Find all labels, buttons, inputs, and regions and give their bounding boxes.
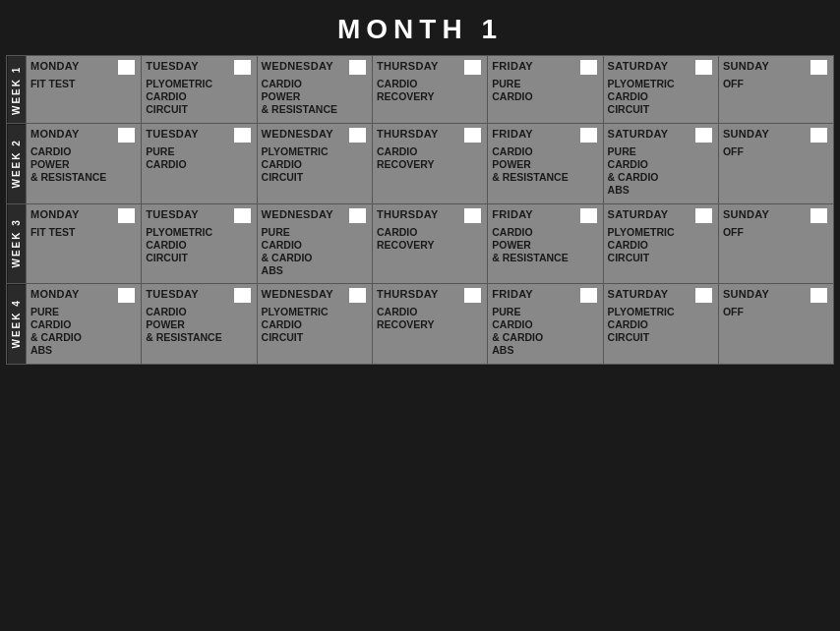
indicator-box-w1-d7 bbox=[810, 60, 827, 75]
day-workout-w3-d4: CARDIORECOVERY bbox=[377, 226, 483, 265]
week-row: WEEK 2MONDAYCARDIOPOWER& RESISTANCETUESD… bbox=[7, 124, 834, 204]
indicator-box-w2-d7 bbox=[810, 128, 827, 143]
day-cell-w4-d2: TUESDAYCARDIOPOWER& RESISTANCE bbox=[142, 284, 257, 365]
day-cell-w3-d3: WEDNESDAYPURECARDIO& CARDIOABS bbox=[257, 203, 372, 284]
day-cell-w2-d6: SATURDAYPURECARDIO& CARDIOABS bbox=[603, 124, 718, 204]
day-workout-w4-d2: CARDIOPOWER& RESISTANCE bbox=[146, 306, 252, 345]
day-cell-w1-d3: WEDNESDAYCARDIOPOWER& RESISTANCE bbox=[257, 56, 372, 124]
indicator-box-w4-d3 bbox=[349, 288, 366, 303]
indicator-box-w2-d2 bbox=[234, 128, 251, 143]
day-workout-w3-d7: OFF bbox=[723, 226, 829, 265]
week-label-4: WEEK 4 bbox=[7, 284, 27, 365]
day-cell-w3-d6: SATURDAYPLYOMETRICCARDIOCIRCUIT bbox=[603, 203, 718, 284]
indicator-box-w4-d4 bbox=[464, 288, 481, 303]
day-workout-w1-d3: CARDIOPOWER& RESISTANCE bbox=[262, 78, 368, 117]
indicator-box-w3-d1 bbox=[118, 208, 135, 223]
day-cell-w3-d4: THURSDAYCARDIORECOVERY bbox=[373, 203, 488, 284]
week-label-2: WEEK 2 bbox=[7, 124, 27, 204]
day-cell-w2-d4: THURSDAYCARDIORECOVERY bbox=[373, 124, 488, 204]
day-workout-w2-d1: CARDIOPOWER& RESISTANCE bbox=[30, 145, 137, 185]
indicator-box-w4-d2 bbox=[234, 288, 251, 303]
day-workout-w2-d3: PLYOMETRICCARDIOCIRCUIT bbox=[262, 145, 368, 185]
indicator-box-w1-d4 bbox=[464, 60, 481, 75]
indicator-box-w4-d7 bbox=[810, 288, 827, 303]
week-label-3: WEEK 3 bbox=[7, 203, 27, 284]
day-workout-w3-d1: FIT TEST bbox=[30, 226, 137, 265]
indicator-box-w1-d3 bbox=[349, 60, 366, 75]
indicator-box-w4-d6 bbox=[695, 288, 712, 303]
day-workout-w4-d7: OFF bbox=[723, 306, 829, 345]
week-row: WEEK 4MONDAYPURECARDIO& CARDIOABSTUESDAY… bbox=[7, 284, 834, 365]
indicator-box-w3-d6 bbox=[695, 208, 712, 223]
day-workout-w2-d7: OFF bbox=[723, 145, 829, 185]
day-cell-w3-d1: MONDAYFIT TEST bbox=[26, 203, 141, 284]
indicator-box-w4-d5 bbox=[580, 288, 597, 303]
day-cell-w4-d4: THURSDAYCARDIORECOVERY bbox=[373, 284, 488, 365]
schedule-table: WEEK 1MONDAYFIT TESTTUESDAYPLYOMETRICCAR… bbox=[6, 55, 834, 365]
day-workout-w1-d6: PLYOMETRICCARDIOCIRCUIT bbox=[608, 78, 714, 117]
week-row: WEEK 3MONDAYFIT TESTTUESDAYPLYOMETRICCAR… bbox=[7, 203, 834, 284]
day-cell-w1-d1: MONDAYFIT TEST bbox=[26, 56, 141, 124]
day-cell-w1-d6: SATURDAYPLYOMETRICCARDIOCIRCUIT bbox=[603, 56, 718, 124]
indicator-box-w2-d4 bbox=[464, 128, 481, 143]
day-workout-w2-d5: CARDIOPOWER& RESISTANCE bbox=[492, 145, 598, 185]
indicator-box-w2-d5 bbox=[580, 128, 597, 143]
day-cell-w1-d4: THURSDAYCARDIORECOVERY bbox=[373, 56, 488, 124]
day-cell-w2-d7: SUNDAYOFF bbox=[718, 124, 833, 204]
day-cell-w4-d6: SATURDAYPLYOMETRICCARDIOCIRCUIT bbox=[603, 284, 718, 365]
day-workout-w2-d4: CARDIORECOVERY bbox=[377, 145, 483, 185]
indicator-box-w3-d5 bbox=[580, 208, 597, 223]
day-workout-w3-d6: PLYOMETRICCARDIOCIRCUIT bbox=[608, 226, 714, 265]
indicator-box-w3-d7 bbox=[810, 208, 827, 223]
day-workout-w4-d3: PLYOMETRICCARDIOCIRCUIT bbox=[262, 306, 368, 345]
day-workout-w1-d5: PURECARDIO bbox=[492, 78, 598, 117]
day-workout-w3-d3: PURECARDIO& CARDIOABS bbox=[262, 226, 368, 278]
day-cell-w3-d7: SUNDAYOFF bbox=[718, 203, 833, 284]
day-workout-w3-d2: PLYOMETRICCARDIOCIRCUIT bbox=[146, 226, 252, 265]
day-cell-w4-d1: MONDAYPURECARDIO& CARDIOABS bbox=[26, 284, 141, 365]
day-workout-w2-d6: PURECARDIO& CARDIOABS bbox=[608, 145, 714, 198]
day-workout-w3-d5: CARDIOPOWER& RESISTANCE bbox=[492, 226, 598, 265]
day-workout-w2-d2: PURECARDIO bbox=[146, 145, 252, 185]
day-workout-w1-d1: FIT TEST bbox=[30, 78, 137, 117]
day-cell-w4-d5: FRIDAYPURECARDIO& CARDIOABS bbox=[488, 284, 603, 365]
indicator-box-w1-d5 bbox=[580, 60, 597, 75]
day-cell-w3-d2: TUESDAYPLYOMETRICCARDIOCIRCUIT bbox=[142, 203, 257, 284]
indicator-box-w2-d1 bbox=[118, 128, 135, 143]
day-workout-w1-d4: CARDIORECOVERY bbox=[377, 78, 483, 117]
indicator-box-w3-d2 bbox=[234, 208, 251, 223]
day-cell-w4-d3: WEDNESDAYPLYOMETRICCARDIOCIRCUIT bbox=[257, 284, 372, 365]
day-cell-w2-d2: TUESDAYPURECARDIO bbox=[142, 124, 257, 204]
indicator-box-w2-d6 bbox=[695, 128, 712, 143]
indicator-box-w3-d4 bbox=[464, 208, 481, 223]
day-workout-w4-d5: PURECARDIO& CARDIOABS bbox=[492, 306, 598, 358]
week-row: WEEK 1MONDAYFIT TESTTUESDAYPLYOMETRICCAR… bbox=[7, 56, 834, 124]
day-cell-w4-d7: SUNDAYOFF bbox=[718, 284, 833, 365]
day-cell-w1-d7: SUNDAYOFF bbox=[718, 56, 833, 124]
indicator-box-w1-d6 bbox=[695, 60, 712, 75]
day-cell-w2-d1: MONDAYCARDIOPOWER& RESISTANCE bbox=[26, 124, 141, 204]
day-cell-w2-d5: FRIDAYCARDIOPOWER& RESISTANCE bbox=[488, 124, 603, 204]
day-cell-w1-d5: FRIDAYPURECARDIO bbox=[488, 56, 603, 124]
day-workout-w4-d1: PURECARDIO& CARDIOABS bbox=[30, 306, 137, 358]
indicator-box-w3-d3 bbox=[349, 208, 366, 223]
day-cell-w1-d2: TUESDAYPLYOMETRICCARDIOCIRCUIT bbox=[142, 56, 257, 124]
day-cell-w3-d5: FRIDAYCARDIOPOWER& RESISTANCE bbox=[488, 203, 603, 284]
day-workout-w4-d4: CARDIORECOVERY bbox=[377, 306, 483, 345]
day-cell-w2-d3: WEDNESDAYPLYOMETRICCARDIOCIRCUIT bbox=[257, 124, 372, 204]
day-workout-w1-d2: PLYOMETRICCARDIOCIRCUIT bbox=[146, 78, 252, 117]
indicator-box-w2-d3 bbox=[349, 128, 366, 143]
indicator-box-w1-d1 bbox=[118, 60, 135, 75]
week-label-1: WEEK 1 bbox=[7, 56, 27, 124]
day-workout-w1-d7: OFF bbox=[723, 78, 829, 117]
page-title: MONTH 1 bbox=[0, 0, 840, 55]
indicator-box-w1-d2 bbox=[234, 60, 251, 75]
indicator-box-w4-d1 bbox=[118, 288, 135, 303]
day-workout-w4-d6: PLYOMETRICCARDIOCIRCUIT bbox=[608, 306, 714, 345]
